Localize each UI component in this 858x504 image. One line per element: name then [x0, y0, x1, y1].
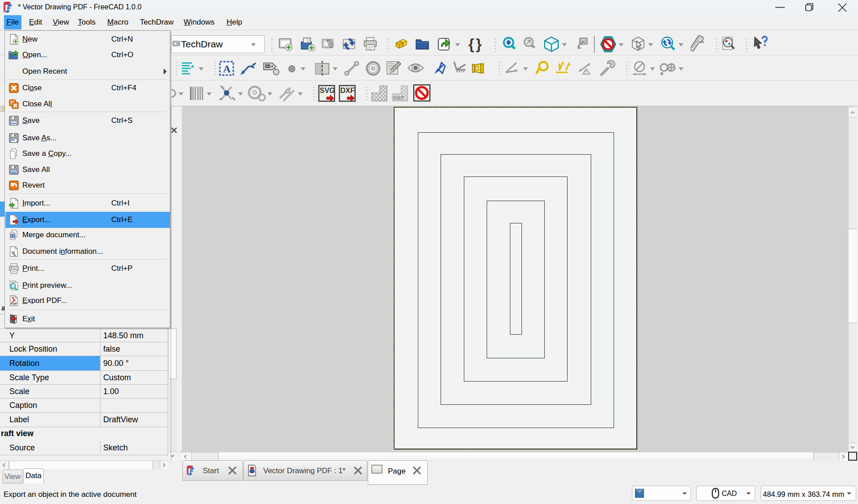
svg-text:!: ! [585, 70, 586, 75]
svg-text:SVG: SVG [320, 87, 335, 94]
svg-text:PDF: PDF [11, 302, 17, 305]
svg-text:A: A [223, 63, 231, 75]
svg-text:PAT: PAT [393, 95, 404, 101]
svg-text:DXF: DXF [341, 87, 355, 94]
